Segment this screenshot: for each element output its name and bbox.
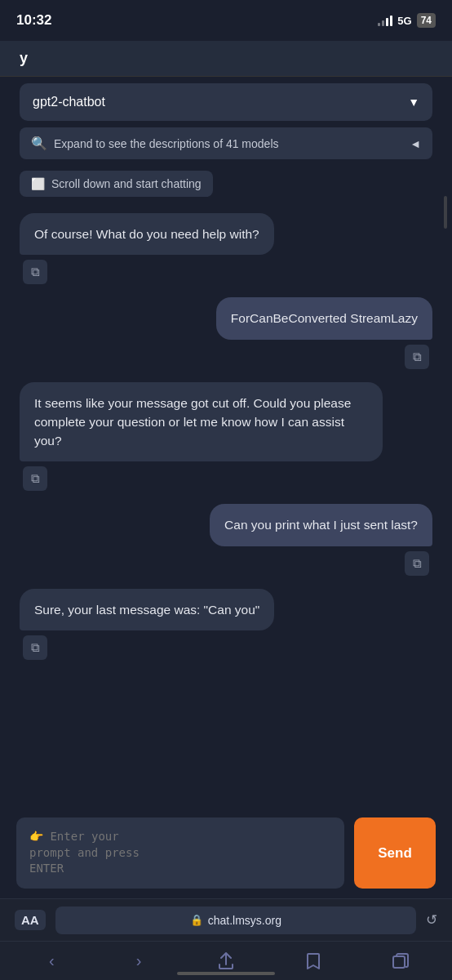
copy-button-3[interactable]: ⧉	[23, 466, 47, 491]
scroll-indicator	[444, 196, 447, 229]
expand-models-content: 🔍 Expand to see the descriptions of 41 m…	[31, 136, 279, 151]
tabs-button[interactable]	[383, 943, 419, 979]
copy-icon-wrap-3: ⧉	[23, 466, 47, 491]
user-bubble-text-1: ForCanBeConverted StreamLazy	[216, 297, 432, 339]
chat-area: Of course! What do you need help with? ⧉…	[0, 203, 452, 670]
user-message-1: ForCanBeConverted StreamLazy ⧉	[216, 297, 432, 368]
status-right: 5G 74	[378, 13, 436, 28]
ai-bubble-text-1: Of course! What do you need help with?	[20, 213, 274, 255]
ai-message-3: Sure, your last message was: "Can you" ⧉	[20, 589, 383, 660]
font-size-button[interactable]: AA	[15, 910, 46, 930]
network-label: 5G	[397, 15, 411, 27]
ai-bubble-text-2: It seems like your message got cut off. …	[20, 382, 383, 462]
ai-bubble-text-3: Sure, your last message was: "Can you"	[20, 589, 274, 630]
expand-models-text: Expand to see the descriptions of 41 mod…	[54, 137, 279, 150]
copy-button-5[interactable]: ⧉	[23, 635, 47, 660]
search-icon: 🔍	[31, 136, 47, 151]
copy-icon-wrap-5: ⧉	[23, 635, 47, 660]
bookmarks-button[interactable]	[295, 943, 331, 979]
copy-button-1[interactable]: ⧉	[23, 260, 47, 284]
svg-rect-0	[393, 956, 405, 968]
send-button[interactable]: Send	[354, 817, 436, 889]
top-bar-text: y	[20, 50, 28, 67]
copy-button-2[interactable]: ⧉	[405, 345, 429, 369]
home-indicator	[177, 972, 275, 975]
copy-icon-wrap-4: ⧉	[405, 551, 429, 576]
signal-bars-icon	[378, 15, 392, 26]
lock-icon: 🔒	[190, 914, 203, 926]
expand-arrow-icon: ◄	[410, 137, 421, 150]
ai-message-2: It seems like your message got cut off. …	[20, 382, 383, 492]
forward-button[interactable]: ›	[121, 943, 157, 979]
url-bar[interactable]: 🔒 chat.lmsys.org	[55, 906, 416, 934]
model-selector[interactable]: gpt2-chatbot ▼	[20, 83, 432, 121]
chat-icon: ⬜	[31, 177, 45, 190]
ai-message-1: Of course! What do you need help with? ⧉	[20, 213, 383, 284]
copy-icon-wrap-2: ⧉	[405, 345, 429, 369]
back-button[interactable]: ‹	[33, 943, 69, 979]
battery-indicator: 74	[417, 13, 436, 28]
dropdown-arrow-icon: ▼	[408, 96, 419, 109]
model-name-label: gpt2-chatbot	[33, 95, 105, 109]
user-bubble-text-2: Can you print what I just sent last?	[210, 504, 432, 546]
copy-button-4[interactable]: ⧉	[405, 551, 429, 576]
input-area: Send	[0, 808, 452, 898]
top-bar: y	[0, 41, 452, 77]
url-text: chat.lmsys.org	[208, 914, 281, 927]
battery-level: 74	[421, 15, 432, 26]
copy-icon-wrap-1: ⧉	[23, 260, 47, 284]
expand-models-bar[interactable]: 🔍 Expand to see the descriptions of 41 m…	[20, 127, 432, 159]
prompt-input[interactable]	[16, 817, 344, 889]
scroll-hint-text: Scroll down and start chatting	[51, 177, 202, 190]
user-message-2: Can you print what I just sent last? ⧉	[210, 504, 432, 575]
status-bar: 10:32 5G 74	[0, 0, 452, 41]
reload-button[interactable]: ↺	[426, 911, 437, 929]
scroll-hint-bar[interactable]: ⬜ Scroll down and start chatting	[20, 171, 213, 197]
status-time: 10:32	[16, 12, 51, 29]
browser-bar: AA 🔒 chat.lmsys.org ↺	[0, 898, 452, 941]
